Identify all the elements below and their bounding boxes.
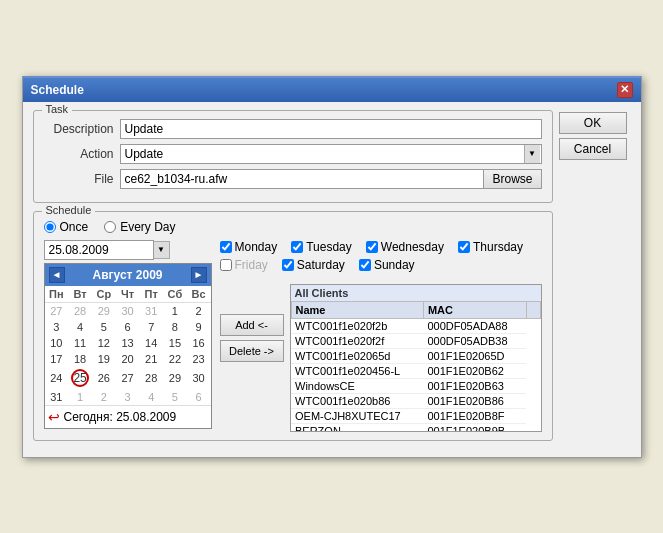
calendar-day[interactable]: 12: [92, 335, 116, 351]
calendar-day[interactable]: 14: [139, 335, 163, 351]
cancel-button[interactable]: Cancel: [559, 138, 627, 160]
calendar-day[interactable]: 17: [45, 351, 69, 367]
today-button[interactable]: ↩ Сегодня: 25.08.2009: [45, 405, 211, 428]
wednesday-checkbox[interactable]: [366, 241, 378, 253]
calendar-day[interactable]: 1: [163, 302, 187, 319]
client-mac: 001F1E020B86: [423, 393, 526, 408]
table-row[interactable]: OEM-CJH8XUTEC17001F1E020B8F: [291, 408, 540, 423]
calendar-grid: Пн Вт Ср Чт Пт Сб Вс: [45, 286, 211, 405]
every-day-label: Every Day: [120, 220, 175, 234]
calendar-day[interactable]: 13: [116, 335, 140, 351]
file-label: File: [44, 172, 114, 186]
add-button[interactable]: Add <-: [220, 314, 284, 336]
calendar-day[interactable]: 22: [163, 351, 187, 367]
tuesday-checkbox[interactable]: [291, 241, 303, 253]
calendar-day[interactable]: 31: [45, 389, 69, 405]
saturday-checkbox[interactable]: [282, 259, 294, 271]
table-row[interactable]: BERZON001F1E020B9B: [291, 423, 540, 431]
calendar-day[interactable]: 3: [116, 389, 140, 405]
browse-button[interactable]: Browse: [483, 169, 541, 189]
calendar-day[interactable]: 6: [116, 319, 140, 335]
calendar-day[interactable]: 31: [139, 302, 163, 319]
monday-check-item: Monday: [220, 240, 278, 254]
mac-col-header: MAC: [423, 301, 526, 318]
calendar-day[interactable]: 10: [45, 335, 69, 351]
action-select[interactable]: Update: [120, 144, 542, 164]
table-row[interactable]: WTC001f1e020f2b000DF05ADA88: [291, 318, 540, 333]
calendar-day[interactable]: 21: [139, 351, 163, 367]
file-input[interactable]: [120, 169, 484, 189]
schedule-group-title: Schedule: [42, 204, 96, 216]
task-group: Task Description Action Update ▼ File: [33, 110, 553, 203]
calendar-day[interactable]: 8: [163, 319, 187, 335]
once-option: Once: [44, 220, 89, 234]
calendar-day[interactable]: 9: [187, 319, 211, 335]
calendar-day[interactable]: 7: [139, 319, 163, 335]
ok-button[interactable]: OK: [559, 112, 627, 134]
calendar-day[interactable]: 2: [187, 302, 211, 319]
calendar-next-button[interactable]: ►: [191, 267, 207, 283]
calendar-day[interactable]: 29: [163, 367, 187, 389]
calendar-day[interactable]: 6: [187, 389, 211, 405]
sunday-checkbox[interactable]: [359, 259, 371, 271]
calendar-day[interactable]: 26: [92, 367, 116, 389]
calendar-day[interactable]: 23: [187, 351, 211, 367]
thursday-checkbox[interactable]: [458, 241, 470, 253]
calendar-day[interactable]: 19: [92, 351, 116, 367]
close-button[interactable]: ✕: [617, 82, 633, 98]
once-radio[interactable]: [44, 221, 56, 233]
calendar-day[interactable]: 28: [139, 367, 163, 389]
client-mac: 000DF05ADB38: [423, 333, 526, 348]
date-dropdown-arrow[interactable]: ▼: [154, 241, 170, 259]
calendar-day[interactable]: 25: [68, 367, 92, 389]
name-col-header: Name: [291, 301, 423, 318]
calendar-day[interactable]: 4: [68, 319, 92, 335]
date-input[interactable]: [44, 240, 154, 260]
schedule-dialog: Schedule ✕ Task Description Action Updat…: [22, 76, 642, 458]
client-name: WTC001f1e020456-L: [291, 363, 423, 378]
cal-header-fri: Пт: [139, 286, 163, 303]
table-row[interactable]: WTC001f1e02065d001F1E02065D: [291, 348, 540, 363]
calendar-day[interactable]: 24: [45, 367, 69, 389]
calendar-header-row: Пн Вт Ср Чт Пт Сб Вс: [45, 286, 211, 303]
radio-row: Once Every Day: [44, 220, 542, 234]
calendar-day[interactable]: 30: [116, 302, 140, 319]
calendar-day[interactable]: 4: [139, 389, 163, 405]
calendar-day[interactable]: 30: [187, 367, 211, 389]
table-row[interactable]: WTC001f1e020b86001F1E020B86: [291, 393, 540, 408]
calendar-day[interactable]: 5: [92, 319, 116, 335]
monday-checkbox[interactable]: [220, 241, 232, 253]
calendar-day[interactable]: 1: [68, 389, 92, 405]
table-row[interactable]: WTC001f1e020f2f000DF05ADB38: [291, 333, 540, 348]
check-row-2: Friday Saturday Sunday: [220, 258, 542, 272]
description-input[interactable]: [120, 119, 542, 139]
calendar-day[interactable]: 16: [187, 335, 211, 351]
calendar-day[interactable]: 20: [116, 351, 140, 367]
calendar-day[interactable]: 15: [163, 335, 187, 351]
delete-button[interactable]: Delete ->: [220, 340, 284, 362]
clients-scroll[interactable]: Name MAC WTC001f1e020f2b000DF05ADA88WTC0…: [291, 301, 541, 431]
table-row[interactable]: WindowsCE001F1E020B63: [291, 378, 540, 393]
tuesday-check-item: Tuesday: [291, 240, 352, 254]
cal-header-sun: Вс: [187, 286, 211, 303]
clients-box: All Clients Name MAC: [290, 284, 542, 432]
calendar-day[interactable]: 3: [45, 319, 69, 335]
calendar-day[interactable]: 27: [45, 302, 69, 319]
cal-header-sat: Сб: [163, 286, 187, 303]
calendar-week-1: 3456789: [45, 319, 211, 335]
calendar-day[interactable]: 28: [68, 302, 92, 319]
left-panel: Task Description Action Update ▼ File: [33, 110, 553, 449]
table-row[interactable]: WTC001f1e020456-L001F1E020B62: [291, 363, 540, 378]
friday-checkbox[interactable]: [220, 259, 232, 271]
cal-header-mon: Пн: [45, 286, 69, 303]
calendar-prev-button[interactable]: ◄: [49, 267, 65, 283]
calendar-day[interactable]: 11: [68, 335, 92, 351]
calendar-day[interactable]: 27: [116, 367, 140, 389]
dialog-body: Task Description Action Update ▼ File: [23, 102, 641, 457]
calendar-day[interactable]: 5: [163, 389, 187, 405]
calendar-day[interactable]: 29: [92, 302, 116, 319]
every-day-radio[interactable]: [104, 221, 116, 233]
wednesday-check-item: Wednesday: [366, 240, 444, 254]
calendar-day[interactable]: 18: [68, 351, 92, 367]
calendar-day[interactable]: 2: [92, 389, 116, 405]
